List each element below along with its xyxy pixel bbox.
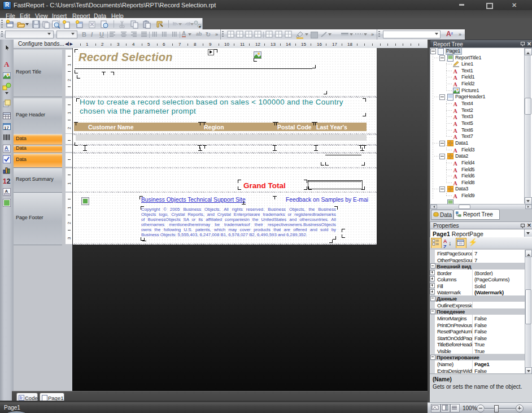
svg-text:A: A	[453, 167, 458, 172]
svg-text:A: A	[453, 81, 458, 87]
svg-text:A: A	[5, 145, 8, 151]
svg-text:A: A	[453, 101, 458, 107]
svg-text:A: A	[453, 134, 458, 140]
svg-text:A: A	[5, 189, 8, 194]
svg-text:A: A	[453, 160, 458, 166]
svg-text:A: A	[453, 121, 458, 127]
svg-text:A: A	[453, 107, 458, 113]
svg-text:A: A	[4, 60, 10, 68]
svg-text:A: A	[453, 147, 458, 153]
svg-text:A: A	[453, 114, 458, 120]
svg-text:A: A	[453, 75, 458, 80]
svg-text:17: 17	[4, 125, 9, 131]
svg-text:A: A	[453, 193, 458, 199]
svg-text:12: 12	[3, 177, 11, 185]
svg-text:A: A	[453, 127, 458, 133]
svg-text:A: A	[453, 68, 458, 73]
svg-text:A: A	[453, 173, 458, 179]
svg-text:A: A	[453, 180, 458, 185]
